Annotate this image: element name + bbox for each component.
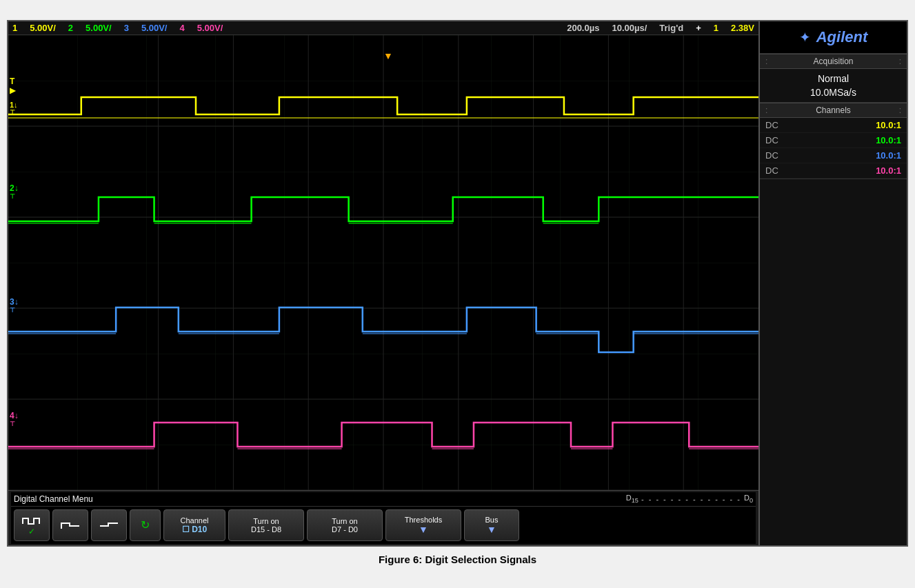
thresholds-button[interactable]: Thresholds ▼	[385, 509, 461, 541]
ch4-scale: 5.00V/	[197, 23, 223, 33]
thresholds-label: Thresholds	[405, 516, 442, 524]
acquisition-mode: Normal	[765, 72, 901, 85]
bus-label: Bus	[485, 516, 499, 524]
time-position: 200.0µs	[567, 23, 599, 33]
ch2-scale: 5.00V/	[86, 23, 112, 33]
ch4-waveform	[8, 35, 758, 490]
channels-label: Channels	[816, 105, 851, 115]
bottom-menu: Digital Channel Menu D15 - - - - - - - -…	[8, 490, 758, 545]
digital-channel-menu-bar: Digital Channel Menu D15 - - - - - - - -…	[11, 492, 756, 506]
right-panel: ✦ Agilent : Acquisition : Normal 10.0MSa…	[758, 21, 907, 545]
bus-button[interactable]: Bus ▼	[464, 509, 519, 541]
acquisition-header: : Acquisition :	[760, 54, 907, 69]
waveform-area: ▼	[8, 35, 758, 490]
ch3-coupling: DC	[765, 150, 778, 161]
turn-on-2-range: D7 - D0	[332, 525, 358, 534]
ch4-coupling: DC	[765, 165, 778, 176]
channel-row-2: DC 10.0:1	[760, 133, 907, 148]
ch4-number: 4	[179, 23, 184, 33]
digital-channel-menu-label: Digital Channel Menu	[14, 494, 93, 504]
ch4-label: 4↓ ⊤	[10, 411, 19, 427]
channel-button[interactable]: Channel ☐ D10	[163, 509, 225, 541]
ch1-probe-ratio: 10.0:1	[876, 120, 901, 130]
refresh-icon: ↻	[141, 518, 150, 531]
thresholds-arrow-icon: ▼	[419, 524, 428, 535]
agilent-header: ✦ Agilent	[760, 21, 907, 54]
turn-on-2-label: Turn on	[332, 517, 358, 525]
ch2-label: 2↓ ⊤	[10, 183, 19, 200]
acquisition-label: Acquisition	[813, 57, 853, 66]
channel-row-3: DC 10.0:1	[760, 148, 907, 163]
channels-header: : Channels :	[760, 103, 907, 118]
ch3-scale: 5.00V/	[141, 23, 168, 33]
bottom-buttons-row: ✓ ↻	[11, 507, 756, 544]
channel-row-1: DC 10.0:1	[760, 118, 907, 133]
d0-label: D0	[744, 494, 753, 504]
channel-label: Channel	[181, 516, 209, 525]
turn-on-1-range: D15 - D8	[251, 525, 281, 534]
outer-container: 1 5.00V/ 2 5.00V/ 3 5.00V/ 4 5.00V/ 200.…	[0, 13, 915, 574]
brand-name: Agilent	[816, 28, 868, 46]
ch1-scale: 5.00V/	[30, 23, 56, 33]
plus-sign: +	[696, 23, 701, 33]
waveform-selector-2[interactable]	[52, 509, 88, 541]
figure-caption: Figure 6: Digit Selection Signals	[7, 547, 908, 568]
acquisition-section: : Acquisition : Normal 10.0MSa/s	[760, 54, 907, 103]
waveform-selector-3[interactable]	[91, 509, 127, 541]
d15-d0-indicator: D15 - - - - - - - - - - - - - - D0	[626, 494, 753, 504]
refresh-button[interactable]: ↻	[130, 509, 161, 541]
ch1-label: T ▶ 1↓ ⊤	[10, 77, 18, 116]
channels-section: : Channels : DC 10.0:1 DC 10.0:1 DC 10.0…	[760, 103, 907, 179]
bus-arrow-icon: ▼	[487, 524, 496, 535]
dashes: - - - - - - - - - - - - - -	[641, 495, 741, 503]
ch1-number: 1	[12, 23, 17, 33]
channel-row-4: DC 10.0:1	[760, 163, 907, 179]
turn-on-d15-d8-button[interactable]: Turn on D15 - D8	[228, 509, 304, 541]
trig-status: Trig'd	[659, 23, 683, 33]
ch3-probe-ratio: 10.0:1	[876, 150, 901, 161]
turn-on-d7-d0-button[interactable]: Turn on D7 - D0	[307, 509, 383, 541]
trig-level: 2.38V	[731, 23, 754, 33]
acquisition-content: Normal 10.0MSa/s	[760, 69, 907, 102]
time-scale: 10.00µs/	[612, 23, 647, 33]
ch2-probe-ratio: 10.0:1	[876, 135, 901, 145]
channel-value: ☐ D10	[182, 525, 207, 534]
d15-label: D15	[626, 494, 639, 504]
ch1-coupling: DC	[765, 120, 778, 130]
scope-container: 1 5.00V/ 2 5.00V/ 3 5.00V/ 4 5.00V/ 200.…	[7, 20, 908, 546]
status-bar: 1 5.00V/ 2 5.00V/ 3 5.00V/ 4 5.00V/ 200.…	[8, 21, 758, 35]
acquisition-rate: 10.0MSa/s	[765, 85, 901, 99]
ch3-label: 3↓ ⊤	[10, 297, 19, 314]
ch4-probe-ratio: 10.0:1	[876, 165, 901, 176]
ch2-coupling: DC	[765, 135, 778, 145]
ch2-number: 2	[68, 23, 73, 33]
turn-on-1-label: Turn on	[253, 517, 279, 525]
trig-ch: 1	[714, 23, 718, 33]
scope-screen: 1 5.00V/ 2 5.00V/ 3 5.00V/ 4 5.00V/ 200.…	[8, 21, 758, 545]
ch3-number: 3	[124, 23, 129, 33]
agilent-star-icon: ✦	[799, 29, 811, 45]
waveform-selector-1[interactable]: ✓	[14, 509, 50, 541]
